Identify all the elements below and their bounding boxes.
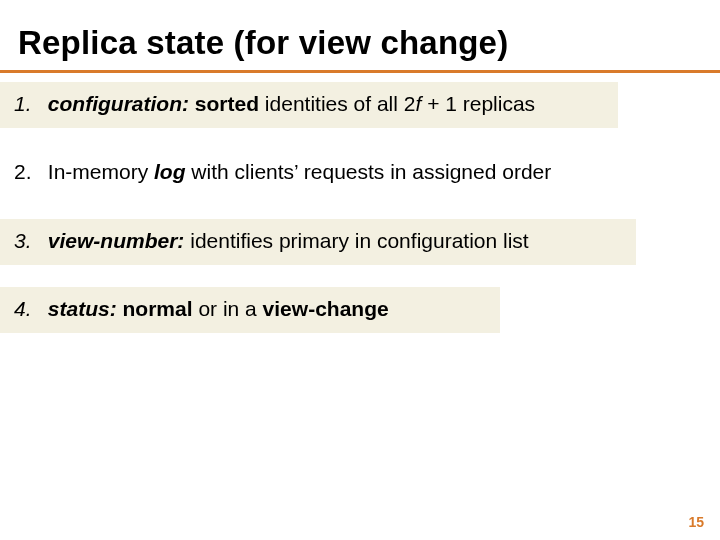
item-text: or in a xyxy=(193,297,263,320)
item-text: + 1 replicas xyxy=(421,92,535,115)
item-text-bold: view-change xyxy=(263,297,389,320)
page-number: 15 xyxy=(688,514,704,530)
item-number: 1. xyxy=(14,90,42,118)
slide-title: Replica state (for view change) xyxy=(18,24,508,62)
item-number: 2. xyxy=(14,158,42,186)
item-number: 4. xyxy=(14,295,42,323)
slide: Replica state (for view change) 1. confi… xyxy=(0,0,720,540)
title-underline xyxy=(0,70,720,73)
item-term: status: xyxy=(48,297,117,320)
item-text-bold: normal xyxy=(123,297,193,320)
item-text: with clients’ requests in assigned order xyxy=(186,160,552,183)
item-text: In-memory xyxy=(48,160,154,183)
list-item: 3. view-number: identifies primary in co… xyxy=(0,219,636,265)
item-text: identifies primary in configuration list xyxy=(184,229,528,252)
item-term: log xyxy=(154,160,186,183)
item-term: configuration: xyxy=(48,92,189,115)
item-text-bold: sorted xyxy=(195,92,259,115)
item-number: 3. xyxy=(14,227,42,255)
item-text: identities of all 2 xyxy=(259,92,415,115)
list-item: 1. configuration: sorted identities of a… xyxy=(0,82,618,128)
list-item: 2. In-memory log with clients’ requests … xyxy=(0,150,680,196)
bullet-list: 1. configuration: sorted identities of a… xyxy=(0,82,720,355)
item-term: view-number: xyxy=(48,229,185,252)
list-item: 4. status: normal or in a view-change xyxy=(0,287,500,333)
